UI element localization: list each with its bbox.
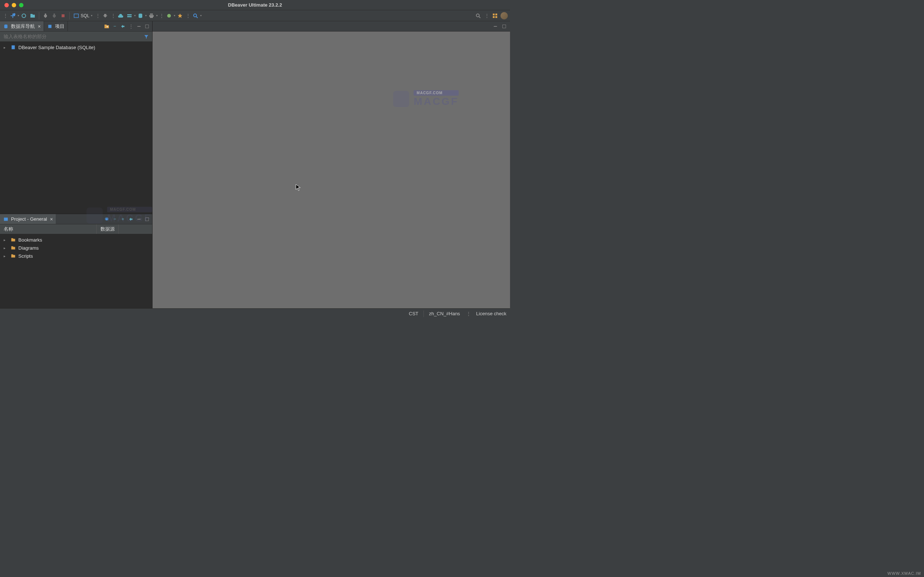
statusbar: CST zh_CN_#Hans ⋮ License check xyxy=(0,308,510,319)
tab-label: Project - General xyxy=(11,216,47,222)
svg-point-3 xyxy=(139,14,142,15)
left-panel: 数据库导航 × 项目 − ⋮ xyxy=(0,21,153,308)
plug-connect-button[interactable] xyxy=(42,12,50,20)
tree-item-label: Bookmarks xyxy=(18,237,42,243)
watermark-logo-icon xyxy=(87,208,103,224)
status-license[interactable]: License check xyxy=(476,311,506,316)
svg-rect-21 xyxy=(503,24,506,28)
folder-icon xyxy=(10,245,16,251)
new-folder-button[interactable] xyxy=(103,23,110,30)
folder-button[interactable] xyxy=(29,12,37,20)
link-button[interactable] xyxy=(119,23,126,30)
maximize-panel-button[interactable] xyxy=(500,23,508,30)
filter-icon[interactable] xyxy=(144,32,152,41)
tree-item-scripts[interactable]: ▸ Scripts xyxy=(0,252,152,260)
tree-item-label: Scripts xyxy=(18,253,33,259)
view-menu-button[interactable]: ⋮ xyxy=(127,23,135,30)
watermark-text: MACGF xyxy=(107,212,152,224)
svg-rect-7 xyxy=(493,14,495,15)
dropdown-icon[interactable]: ▾ xyxy=(18,14,19,17)
toolbar-grip-icon: ⋮ xyxy=(158,13,164,19)
dropdown-icon[interactable]: ▾ xyxy=(134,14,135,17)
tab-label: 项目 xyxy=(55,23,65,30)
minimize-panel-button[interactable] xyxy=(492,23,499,30)
expand-icon[interactable]: ▸ xyxy=(4,254,8,258)
svg-point-6 xyxy=(476,14,479,17)
svg-rect-8 xyxy=(495,14,497,15)
dropdown-icon[interactable]: ▾ xyxy=(174,14,175,17)
editor-header xyxy=(153,21,510,32)
tree-item-bookmarks[interactable]: ▸ Bookmarks xyxy=(0,236,152,244)
maximize-window-button[interactable] xyxy=(19,3,23,7)
watermark: MACGF.COM MACGF xyxy=(87,207,152,224)
debug-button[interactable] xyxy=(165,12,173,20)
user-avatar[interactable] xyxy=(500,12,508,19)
expand-icon[interactable]: ▸ xyxy=(4,246,8,250)
cursor-icon xyxy=(295,184,302,193)
perspective-button[interactable] xyxy=(491,12,499,20)
svg-rect-1 xyxy=(61,14,65,17)
svg-rect-12 xyxy=(48,24,52,28)
project-icon xyxy=(3,216,9,222)
toolbar-separator xyxy=(69,12,70,19)
toolbar-grip-icon: ⋮ xyxy=(2,13,8,19)
svg-rect-10 xyxy=(495,16,497,18)
tree-item-label: DBeaver Sample Database (SQLite) xyxy=(18,45,95,50)
toolbar-grip-icon: ⋮ xyxy=(95,13,100,19)
tree-item-database[interactable]: ▸ DBeaver Sample Database (SQLite) xyxy=(0,43,152,51)
database-button[interactable] xyxy=(136,12,145,20)
print-button[interactable] xyxy=(147,12,155,20)
sql-editor-button[interactable]: SQL ▾ xyxy=(72,12,94,19)
expand-icon[interactable]: ▸ xyxy=(4,238,8,242)
collapse-button[interactable]: − xyxy=(111,23,118,30)
expand-icon[interactable]: ▸ xyxy=(4,45,8,50)
folder-icon xyxy=(10,237,16,243)
app-title: DBeaver Ultimate 23.2.2 xyxy=(228,2,282,8)
svg-point-5 xyxy=(194,14,197,17)
tab-label: 数据库导航 xyxy=(11,23,35,30)
plug-disconnect-button[interactable] xyxy=(50,12,58,20)
data-transfer-button[interactable] xyxy=(126,12,134,20)
run-button[interactable] xyxy=(176,12,184,20)
tab-database-navigator[interactable]: 数据库导航 × xyxy=(0,21,44,31)
svg-rect-2 xyxy=(74,14,79,18)
search-button[interactable] xyxy=(191,12,200,20)
database-tree: ▸ DBeaver Sample Database (SQLite) xyxy=(0,42,152,214)
tab-projects[interactable]: 项目 xyxy=(44,21,68,31)
tree-item-diagrams[interactable]: ▸ Diagrams xyxy=(0,244,152,252)
tab-project-general[interactable]: Project - General × xyxy=(0,214,56,224)
close-window-button[interactable] xyxy=(5,3,9,7)
column-name[interactable]: 名称 xyxy=(0,224,97,234)
dropdown-icon[interactable]: ▾ xyxy=(200,14,202,17)
project-column-headers: 名称 数据源 xyxy=(0,224,152,234)
project-panel: Project - General × − + xyxy=(0,214,152,308)
commit-button[interactable] xyxy=(101,12,109,20)
watermark-badge: MACGF.COM xyxy=(107,207,152,212)
svg-rect-15 xyxy=(12,45,15,50)
dropdown-icon[interactable]: ▾ xyxy=(156,14,158,17)
editor-area: MACGF.COM MACGF MACGF.COM MACGF xyxy=(153,21,510,308)
editor-content: MACGF.COM MACGF MACGF.COM MACGF xyxy=(153,32,510,308)
status-grip-icon: ⋮ xyxy=(465,311,471,317)
status-timezone[interactable]: CST xyxy=(409,311,418,316)
maximize-panel-button[interactable] xyxy=(144,23,151,30)
global-search-button[interactable] xyxy=(474,12,482,20)
column-datasource[interactable]: 数据源 xyxy=(97,224,119,234)
toolbar-grip-icon: ⋮ xyxy=(110,13,116,19)
watermark: MACGF.COM MACGF xyxy=(393,90,459,107)
new-connection-button[interactable] xyxy=(9,12,17,20)
dropdown-icon: ▾ xyxy=(91,14,92,17)
close-tab-icon[interactable]: × xyxy=(38,23,41,29)
folder-icon xyxy=(10,253,16,259)
minimize-window-button[interactable] xyxy=(12,3,16,7)
close-tab-icon[interactable]: × xyxy=(50,216,53,222)
stop-button[interactable] xyxy=(59,12,67,20)
dropdown-icon[interactable]: ▾ xyxy=(145,14,147,17)
status-locale[interactable]: zh_CN_#Hans xyxy=(429,311,460,316)
minimize-panel-button[interactable] xyxy=(135,23,143,30)
cloud-button[interactable] xyxy=(117,12,125,20)
watermark-text: MACGF xyxy=(414,96,459,107)
svg-point-4 xyxy=(167,14,171,18)
filter-input[interactable] xyxy=(0,32,144,42)
connection-button[interactable] xyxy=(20,12,28,20)
